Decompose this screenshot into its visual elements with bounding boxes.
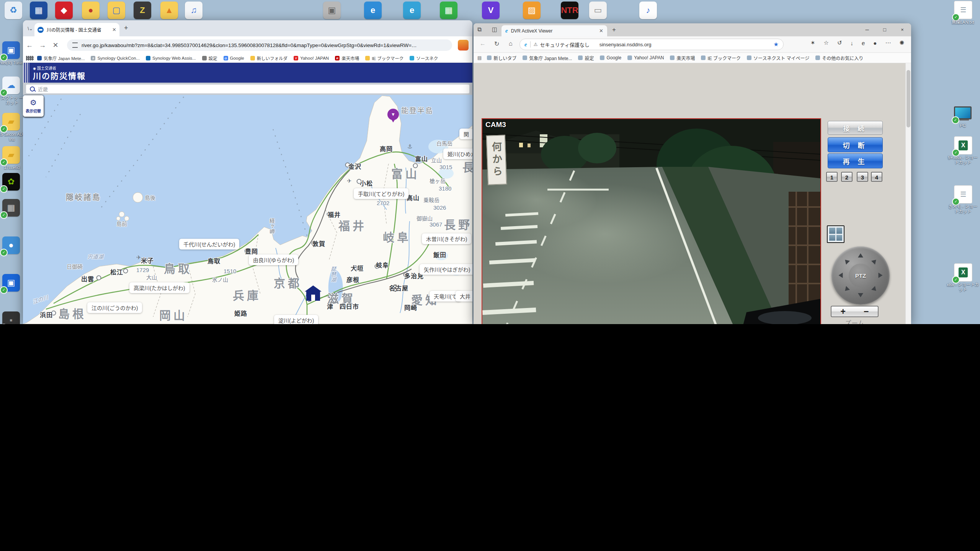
disconnect-button[interactable]: 切 断	[828, 137, 883, 152]
home-icon[interactable]: ⌂	[509, 40, 513, 47]
scrollbar-thumb[interactable]	[906, 70, 910, 127]
channel-1-button[interactable]: 1	[826, 172, 838, 182]
xlsx-shortcut-1[interactable]	[954, 136, 972, 155]
bookmark-item[interactable]: R 楽天市場	[335, 55, 359, 61]
sidebar-icon[interactable]: ▤	[477, 55, 482, 60]
bookmark-item[interactable]: 新しいフォルダ	[250, 55, 288, 61]
connect-button[interactable]: 接 続	[828, 121, 883, 135]
recycle-bin-icon[interactable]: ♻	[5, 2, 22, 19]
maximize-button[interactable]: □	[876, 23, 893, 36]
ie-mode-icon[interactable]: e	[862, 40, 865, 46]
bookmark-item[interactable]: その他のお気に入り	[815, 55, 863, 61]
ptz-down-left-icon[interactable]	[843, 286, 850, 293]
ptz-center[interactable]: PTZ	[849, 264, 872, 287]
favorite-star-icon[interactable]: ★	[774, 41, 779, 48]
orange-folder-icon[interactable]: ▨	[523, 2, 541, 19]
search-input[interactable]: 近畿	[26, 85, 469, 93]
profile-avatar[interactable]	[458, 40, 469, 51]
ptz-down-right-icon[interactable]	[871, 286, 878, 293]
river-station-tooltip[interactable]: 江の川(ごうのかわ)	[87, 302, 142, 313]
folder-cone-icon[interactable]: ▲	[160, 2, 178, 19]
bookmark-item[interactable]: 気象庁 Japan Mete...	[37, 55, 85, 61]
back-icon[interactable]: ←	[480, 40, 486, 47]
address-bar[interactable]: river.go.jp/kawabou/mb?zm=8&clat=34.9985…	[67, 39, 452, 51]
extensions-icon[interactable]: ✶	[810, 39, 815, 46]
nas-server-shortcut-icon[interactable]: ▦	[30, 2, 47, 19]
bookmark-item[interactable]: 新しいタブ	[487, 55, 516, 61]
stop-loading-icon[interactable]: ✕	[49, 41, 62, 49]
apps-grid-icon[interactable]	[26, 56, 34, 60]
river-station-tooltip[interactable]: 姫川(ひめか	[443, 148, 472, 159]
cpuz-icon[interactable]: Z	[134, 2, 151, 19]
edge-active-tab[interactable]: e DVR ActiveX Viewer ✕	[501, 25, 607, 36]
close-button[interactable]: ×	[893, 23, 911, 36]
red-app-shortcut-icon[interactable]: ◆	[55, 2, 73, 19]
bookmark-item[interactable]: Synology Web Assis...	[146, 56, 196, 60]
photo-thumb-icon[interactable]: ▣	[323, 2, 341, 19]
ntr-app-icon[interactable]: NTR	[561, 2, 578, 19]
back-icon[interactable]: ←	[23, 41, 36, 49]
channel-2-button[interactable]: 2	[841, 172, 853, 182]
ptz-up-icon[interactable]	[858, 253, 863, 258]
ptz-up-right-icon[interactable]	[871, 258, 878, 265]
downloads-icon[interactable]: ↓	[851, 40, 854, 46]
zoom-plus-button[interactable]: +	[841, 307, 846, 316]
new-tab-button[interactable]: +	[124, 24, 128, 32]
xlsx-shortcut-2[interactable]	[954, 263, 972, 282]
intel-tuning-shortcut[interactable]: ▣	[2, 41, 20, 59]
edge-browser-icon[interactable]: e	[364, 2, 382, 19]
wireless-lan-txt[interactable]	[954, 1, 972, 19]
river-station-tooltip[interactable]: 木曽川(きそがわ)	[422, 233, 471, 244]
quad-view-button[interactable]	[827, 225, 844, 243]
tab-close-icon[interactable]: ✕	[599, 28, 603, 34]
tab-actions-icon[interactable]: ◫	[492, 26, 497, 33]
address-bar[interactable]: e ⚠ セキュリティ保護なし sinsenyasai.nsddns.org ★	[519, 39, 784, 50]
dark-app-shortcut[interactable]: ▦	[2, 199, 20, 217]
bookmark-item[interactable]: Yahoo! JAPAN	[627, 55, 664, 60]
ptz-pad[interactable]: PTZ	[831, 246, 890, 305]
river-station-tooltip[interactable]: 淀川(よどがわ)	[274, 315, 318, 324]
forward-icon[interactable]: →	[36, 41, 49, 49]
river-station-tooltip[interactable]: 大井	[456, 291, 472, 302]
site-info-icon[interactable]	[72, 42, 78, 48]
adb-installer-folder[interactable]: ▰	[2, 113, 20, 130]
edge-browser-icon-2[interactable]: e	[403, 2, 421, 19]
bookmark-item[interactable]: IE ブックマーク	[701, 55, 741, 61]
ptz-right-icon[interactable]	[879, 273, 883, 278]
music-file-icon[interactable]: ♪	[639, 2, 657, 19]
bookmark-item[interactable]: 設定	[202, 55, 217, 61]
hash-folder[interactable]: ▰	[2, 146, 20, 164]
ptz-down-icon[interactable]	[858, 293, 863, 297]
zoom-control[interactable]: + −	[831, 306, 879, 317]
profile-avatar-icon[interactable]: ●	[873, 40, 877, 46]
ptz-left-icon[interactable]	[839, 273, 843, 278]
pc-icon[interactable]	[954, 104, 972, 122]
river-station-tooltip[interactable]: 矢作川(やはぎがわ)	[420, 264, 472, 275]
folder-red-icon[interactable]: ●	[82, 2, 100, 19]
blue-app-shortcut[interactable]: ●	[2, 236, 20, 254]
bookmark-item[interactable]: 気象庁 Japan Mete...	[523, 55, 572, 61]
tab-close-icon[interactable]: ✕	[112, 27, 116, 33]
history-icon[interactable]: ↺	[837, 39, 842, 46]
nav-display-toggle[interactable]: ⚙ 表示切替	[23, 95, 44, 117]
favorites-icon[interactable]: ☆	[823, 39, 828, 46]
reload-icon[interactable]: ↻	[494, 40, 499, 47]
river-station-tooltip[interactable]: 由良川(ゆらがわ)	[249, 254, 298, 265]
desktop-cloud-shortcut[interactable]: ☁	[2, 77, 20, 94]
workspaces-icon[interactable]: ⧉	[477, 26, 482, 33]
copilot-icon[interactable]: ✺	[899, 39, 904, 46]
river-station-tooltip[interactable]: 関	[459, 129, 472, 139]
bookmark-item[interactable]: Y Yahoo! JAPAN	[294, 56, 329, 60]
bookmark-item[interactable]: ソースネクスト マイページ	[747, 55, 809, 61]
river-station-tooltip[interactable]: 千代川(せんだいがわ)	[179, 239, 239, 249]
nvidia-shortcut[interactable]: ✿	[2, 173, 20, 191]
channel-3-button[interactable]: 3	[857, 172, 868, 182]
camera-video[interactable]: CAM3 何から	[482, 118, 821, 324]
page-scrollbar[interactable]	[905, 63, 911, 324]
media-file-icon[interactable]: ♫	[185, 2, 203, 19]
green-app-icon[interactable]: ▦	[440, 2, 457, 19]
water-level-pin-icon[interactable]: ▼	[387, 109, 399, 120]
play-button[interactable]: 再 生	[828, 153, 883, 168]
new-tab-icon[interactable]: +	[612, 26, 616, 34]
bookmark-item[interactable]: S Synology QuickCon...	[91, 56, 140, 60]
